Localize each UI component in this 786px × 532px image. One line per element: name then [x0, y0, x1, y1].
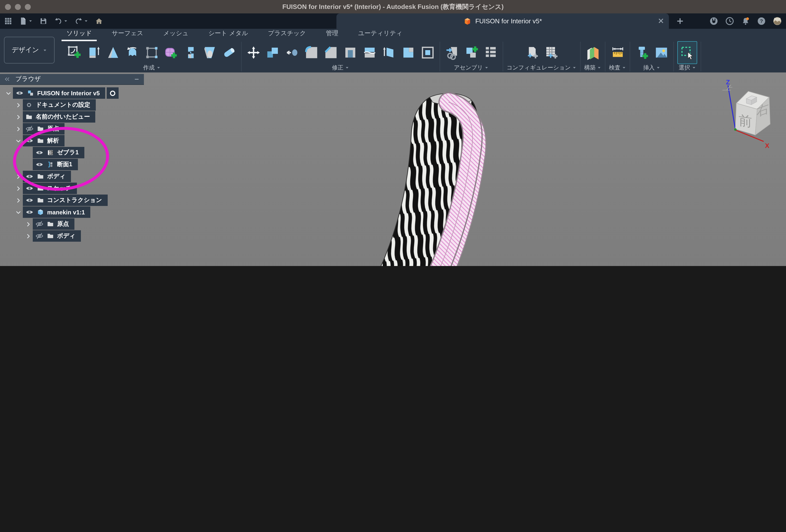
analysis-folder[interactable]: 解析: [23, 135, 65, 146]
insert-image-button[interactable]: [653, 43, 670, 63]
visibility-eye-off-icon[interactable]: [25, 124, 34, 133]
draft-button[interactable]: [380, 43, 397, 63]
move-button[interactable]: [245, 43, 262, 63]
visibility-eye-icon[interactable]: [25, 137, 34, 145]
close-tab-icon[interactable]: [657, 17, 665, 25]
document-settings[interactable]: ドキュメントの設定: [23, 99, 96, 111]
sketches-folder[interactable]: スケッチ: [23, 183, 77, 194]
pipe-button[interactable]: [221, 43, 238, 63]
panel-minimize-icon[interactable]: [134, 76, 140, 83]
visibility-eye-icon[interactable]: [15, 89, 24, 97]
press-pull-button[interactable]: [284, 43, 301, 63]
maximize-window-icon[interactable]: [25, 4, 31, 10]
manekin-component[interactable]: manekin v1:1: [23, 206, 90, 218]
loft-button[interactable]: [202, 43, 218, 63]
file-menu-button[interactable]: [19, 17, 33, 25]
minimize-window-icon[interactable]: [15, 4, 21, 10]
offset-face-button[interactable]: [400, 43, 417, 63]
fillet-button[interactable]: [303, 43, 320, 63]
ribbon-tab-サーフェス[interactable]: サーフェス: [111, 29, 144, 41]
configuration-group-label[interactable]: コンフィギュレーション: [507, 64, 577, 71]
insert-fastener-button[interactable]: [634, 43, 650, 63]
combine-button[interactable]: [264, 43, 281, 63]
visibility-eye-off-icon[interactable]: [35, 232, 44, 240]
insert-group-label[interactable]: 挿入: [643, 64, 661, 71]
chair-shell-zebra[interactable]: [207, 94, 478, 266]
chamfer-button[interactable]: [323, 43, 340, 63]
panel-collapse-icon[interactable]: [4, 76, 10, 83]
chevron-down-icon[interactable]: [14, 209, 23, 215]
construct-group-label[interactable]: 構築: [584, 64, 601, 71]
visibility-eye-icon[interactable]: [25, 208, 34, 216]
select-button[interactable]: [677, 41, 697, 64]
visibility-eye-icon[interactable]: [25, 184, 34, 192]
close-window-icon[interactable]: [5, 4, 11, 10]
new-tab-button[interactable]: [676, 17, 684, 25]
save-button[interactable]: [39, 17, 48, 25]
chevron-right-icon[interactable]: [14, 114, 23, 120]
visibility-eye-off-icon[interactable]: [35, 220, 44, 228]
ribbon-tab-ソリッド[interactable]: ソリッド: [66, 29, 93, 41]
app-launcher-button[interactable]: [4, 17, 13, 25]
modify-group-label[interactable]: 修正: [332, 64, 349, 71]
root-component[interactable]: FUISON for Interior v5: [13, 87, 105, 99]
insert-component-button[interactable]: [444, 43, 461, 63]
chevron-right-icon[interactable]: [14, 126, 23, 132]
configuration-button[interactable]: [524, 43, 540, 63]
manekin-origin-folder[interactable]: 原点: [33, 218, 74, 230]
named-views[interactable]: 名前の付いたビュー: [23, 111, 95, 122]
revolve-cone-button[interactable]: [105, 43, 121, 63]
create-form-button[interactable]: [163, 43, 180, 63]
visibility-eye-icon[interactable]: [25, 196, 34, 205]
user-avatar[interactable]: [772, 16, 782, 26]
extrude-button[interactable]: [85, 43, 102, 63]
help-icon[interactable]: ?: [757, 16, 766, 26]
undo-button[interactable]: [54, 17, 68, 25]
construction-plane-button[interactable]: [584, 43, 601, 63]
chevron-right-icon[interactable]: [24, 221, 33, 227]
select-group-label[interactable]: 選択: [678, 64, 696, 71]
inspect-group-label[interactable]: 検査: [609, 64, 626, 71]
visibility-eye-icon[interactable]: [35, 160, 44, 169]
shell-button[interactable]: [342, 43, 359, 63]
visibility-eye-icon[interactable]: [35, 148, 44, 157]
sweep-button[interactable]: [182, 43, 199, 63]
chevron-down-icon[interactable]: [14, 138, 23, 144]
manekin-bodies-folder[interactable]: ボディ: [33, 230, 81, 242]
bom-button[interactable]: [482, 43, 499, 63]
workspace-selector[interactable]: デザイン: [4, 37, 54, 64]
configuration-table-button[interactable]: [543, 43, 560, 63]
window-controls[interactable]: [5, 4, 31, 10]
notifications-icon[interactable]: [741, 16, 750, 26]
ribbon-tab-シート メタル[interactable]: シート メタル: [207, 29, 249, 41]
ribbon-tab-管理[interactable]: 管理: [325, 29, 339, 41]
chevron-down-icon[interactable]: [4, 90, 13, 96]
ribbon-tab-メッシュ[interactable]: メッシュ: [162, 29, 189, 41]
measure-button[interactable]: [609, 43, 626, 63]
extensions-icon[interactable]: [709, 16, 718, 26]
revolve-button[interactable]: [124, 43, 141, 63]
create-sketch-button[interactable]: [66, 43, 83, 63]
split-body-button[interactable]: [361, 43, 378, 63]
home-button[interactable]: [95, 17, 103, 25]
construction-folder[interactable]: コンストラクション: [23, 194, 108, 206]
chevron-right-icon[interactable]: [24, 233, 33, 239]
chevron-right-icon[interactable]: [14, 185, 23, 191]
job-status-icon[interactable]: [725, 16, 734, 26]
assemble-group-label[interactable]: アセンブリ: [454, 64, 489, 71]
bodies-folder[interactable]: ボディ: [23, 171, 71, 182]
pattern-rail-button[interactable]: [143, 43, 160, 63]
visibility-eye-icon[interactable]: [25, 172, 34, 181]
document-tab[interactable]: FUISON for Interior v5*: [337, 14, 669, 29]
chevron-right-icon[interactable]: [14, 102, 23, 108]
ribbon-tab-プラスチック[interactable]: プラスチック: [267, 29, 307, 41]
activate-component-radio[interactable]: [107, 87, 119, 99]
redo-button[interactable]: [74, 17, 88, 25]
zebra1-analysis[interactable]: ゼブラ1: [33, 147, 84, 158]
new-component-button[interactable]: [463, 43, 480, 63]
create-group-label[interactable]: 作成: [143, 64, 161, 71]
ribbon-tab-ユーティリティ[interactable]: ユーティリティ: [357, 29, 403, 41]
section1-analysis[interactable]: 断面1: [33, 159, 78, 170]
chevron-right-icon[interactable]: [14, 197, 23, 203]
viewcube-front-label[interactable]: 前: [739, 113, 752, 129]
